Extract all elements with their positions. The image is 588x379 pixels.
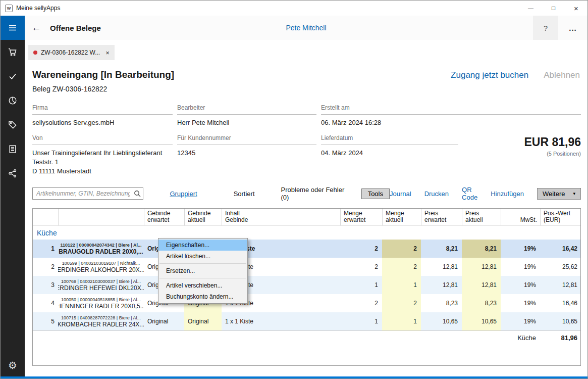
menge-aktuell-cell[interactable]: 2 bbox=[382, 240, 421, 258]
table-row[interactable]: 4 100050 | 00000040518855 | Biere | Al..… bbox=[33, 294, 580, 312]
preis-aktuell-cell[interactable]: 10,65 bbox=[462, 312, 501, 330]
gear-icon: ⚙ bbox=[8, 359, 17, 371]
field-value: 04. März 2024 bbox=[321, 149, 458, 158]
reject-link[interactable]: Ablehnen bbox=[544, 70, 580, 80]
sidebar-item-prices[interactable] bbox=[1, 113, 25, 137]
mwst-cell: 19% bbox=[501, 240, 540, 258]
field-label: Erstellt am bbox=[321, 104, 581, 111]
field-label: Lieferdatum bbox=[321, 134, 458, 141]
table-row[interactable]: 3 100769 | 04002103000037 | Biere | Al..… bbox=[33, 276, 580, 294]
menu-icon bbox=[8, 23, 18, 33]
field-value: 12345 bbox=[177, 149, 316, 158]
sidebar-item-share[interactable] bbox=[1, 161, 25, 185]
preis-aktuell-cell[interactable]: 8,23 bbox=[462, 294, 501, 312]
sidebar-item-tasks[interactable] bbox=[1, 64, 25, 88]
field-value: 06. März 2024 16:28 bbox=[321, 118, 581, 127]
search-icon[interactable] bbox=[134, 190, 141, 199]
pos-wert-cell: 12,81 bbox=[540, 276, 581, 294]
journal-link[interactable]: Journal bbox=[390, 190, 411, 198]
app-window: W Meine sellyApps — □ × bbox=[0, 0, 588, 379]
col-header-gebinde-aktuell[interactable]: Gebinde aktuell bbox=[184, 209, 222, 225]
gebinde-aktuell-cell[interactable]: Original bbox=[184, 312, 222, 330]
col-header-pos-wert[interactable]: Pos.-Wert (EUR) bbox=[540, 209, 581, 225]
preis-erwartet-cell: 8,21 bbox=[421, 240, 462, 258]
col-header-inhalt-gebinde[interactable]: Inhalt Gebinde bbox=[222, 209, 340, 225]
preis-aktuell-cell[interactable]: 12,81 bbox=[462, 258, 501, 276]
document-tab[interactable]: ZW-0306-162822 W... × bbox=[28, 45, 115, 60]
menge-aktuell-cell[interactable]: 1 bbox=[382, 276, 421, 294]
help-button[interactable]: ? bbox=[533, 16, 558, 40]
col-header-gebinde-erwartet[interactable]: Gebinde erwartet bbox=[144, 209, 184, 225]
col-header-menge-erwartet[interactable]: Menge erwartet bbox=[340, 209, 382, 225]
group-header-label[interactable]: Küche bbox=[37, 229, 57, 237]
menu-item-eigenschaften[interactable]: Eigenschaften... bbox=[158, 240, 247, 251]
sidebar-item-journal[interactable] bbox=[1, 137, 25, 161]
table-empty-space bbox=[33, 344, 580, 365]
problems-filter-link[interactable]: Probleme oder Fehler (0) bbox=[281, 186, 346, 201]
preis-erwartet-cell: 8,23 bbox=[421, 294, 462, 312]
tools-button[interactable]: Tools bbox=[361, 188, 390, 199]
field-kundennummer: Für Kundennummer 12345 bbox=[177, 134, 316, 176]
print-link[interactable]: Drucken bbox=[424, 190, 449, 198]
document-number: Beleg ZW-0306-162822 bbox=[32, 85, 174, 93]
menu-item-ersetzen[interactable]: Ersetzen... bbox=[158, 265, 247, 276]
sidebar-item-statistics[interactable] bbox=[1, 88, 25, 113]
menu-item-artikel-loeschen[interactable]: Artikel löschen... bbox=[158, 251, 247, 262]
table-row[interactable]: 5 100715 | 04008287072228 | Biere | Al..… bbox=[33, 312, 580, 330]
close-icon[interactable]: × bbox=[565, 1, 587, 16]
col-header-preis-erwartet[interactable]: Preis erwartet bbox=[421, 209, 462, 225]
search-input[interactable] bbox=[32, 187, 143, 200]
mwst-cell: 19% bbox=[501, 294, 540, 312]
col-header-menge-aktuell[interactable]: Menge aktuell bbox=[382, 209, 421, 225]
table-row[interactable]: 2 100599 | 04002103019107 | Nichtalk... … bbox=[33, 258, 580, 276]
field-divider bbox=[321, 114, 581, 115]
add-item-link[interactable]: Hinzufügen bbox=[491, 190, 524, 198]
row-number: 3 bbox=[33, 276, 58, 294]
mwst-cell: 19% bbox=[501, 312, 540, 330]
menge-aktuell-cell[interactable]: 1 bbox=[382, 312, 421, 330]
window-accent-bar bbox=[1, 376, 587, 378]
menu-item-artikel-verschieben[interactable]: Artikel verschieben... bbox=[158, 280, 247, 291]
book-receipt-link[interactable]: Zugang jetzt buchen bbox=[451, 70, 528, 80]
document-actions: Zugang jetzt buchen Ablehnen bbox=[451, 70, 581, 80]
menu-item-buchungskonto-aendern[interactable]: Buchungskonto ändern... bbox=[158, 291, 247, 302]
table-row[interactable]: 1 110122 | 00000042074342 | Biere | Al..… bbox=[33, 240, 580, 258]
mwst-cell: 19% bbox=[501, 276, 540, 294]
header-actions: ? ... bbox=[533, 16, 587, 40]
main-area: Wareneingang [In Bearbeitung] Beleg ZW-0… bbox=[25, 60, 587, 376]
context-menu: Eigenschaften... Artikel löschen... Erse… bbox=[158, 238, 248, 304]
menge-erwartet-cell: 2 bbox=[340, 240, 382, 258]
current-user[interactable]: Pete Mitchell bbox=[25, 24, 587, 32]
preis-aktuell-cell[interactable]: 8,21 bbox=[462, 240, 501, 258]
qr-code-link[interactable]: QR Code bbox=[462, 186, 477, 201]
preis-aktuell-cell[interactable]: 12,81 bbox=[462, 276, 501, 294]
article-name: BRAUGOLD RADLER 20X0,... bbox=[59, 249, 143, 255]
minimize-icon[interactable]: — bbox=[519, 1, 542, 16]
menge-aktuell-cell[interactable]: 2 bbox=[382, 258, 421, 276]
menu-separator bbox=[159, 278, 246, 278]
pos-wert-cell: 16,42 bbox=[540, 240, 581, 258]
sidebar-item-cart[interactable] bbox=[1, 40, 25, 64]
group-toggle-link[interactable]: Gruppiert bbox=[170, 190, 197, 198]
tab-label: ZW-0306-162822 W... bbox=[41, 49, 100, 56]
supplier-name: Unser Trainingslieferant Ihr Lieblingsli… bbox=[32, 149, 173, 158]
maximize-icon[interactable]: □ bbox=[542, 1, 565, 16]
tab-close-icon[interactable]: × bbox=[105, 49, 110, 57]
hamburger-menu-button[interactable] bbox=[1, 16, 25, 40]
sidebar-item-settings[interactable]: ⚙ bbox=[1, 354, 25, 376]
gebinde-erwartet-cell: Original bbox=[144, 312, 184, 330]
row-number: 2 bbox=[33, 258, 58, 276]
tag-icon bbox=[8, 120, 18, 130]
supplier-city: D 11111 Musterstadt bbox=[32, 167, 173, 176]
share-icon bbox=[8, 168, 18, 178]
more-actions-dropdown[interactable]: Weitere ▾ bbox=[537, 188, 581, 200]
more-options-button[interactable]: ... bbox=[558, 16, 587, 40]
item-toolbar: Gruppiert Sortiert Probleme oder Fehler … bbox=[32, 186, 581, 201]
document-total: EUR 81,96 (5 Positionen) bbox=[463, 134, 581, 176]
menge-aktuell-cell[interactable]: 2 bbox=[382, 294, 421, 312]
col-header-preis-aktuell[interactable]: Preis aktuell bbox=[462, 209, 501, 225]
sort-toggle-link[interactable]: Sortiert bbox=[234, 190, 255, 198]
col-header-mwst[interactable]: MwSt. bbox=[501, 209, 540, 225]
article-cell: 110122 | 00000042074342 | Biere | Al... … bbox=[58, 240, 144, 258]
menge-erwartet-cell: 1 bbox=[340, 312, 382, 330]
